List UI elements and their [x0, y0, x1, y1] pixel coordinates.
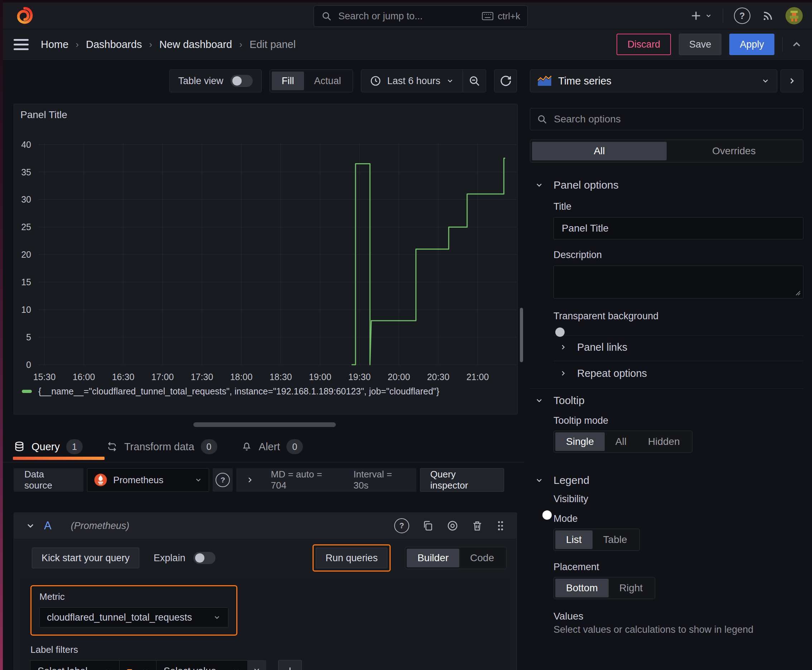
- time-range-button[interactable]: Last 6 hours: [361, 75, 463, 86]
- panel-options-header[interactable]: Panel options: [530, 179, 804, 191]
- legend-header[interactable]: Legend: [530, 474, 804, 486]
- visualization-row: Time series: [530, 69, 804, 92]
- user-avatar[interactable]: [785, 7, 803, 24]
- tab-query[interactable]: Query 1: [14, 431, 83, 462]
- datasource-help-button[interactable]: ?: [213, 468, 233, 492]
- shortcut-hint: ctrl+k: [482, 11, 520, 22]
- top-nav-actions: ?: [690, 6, 803, 26]
- eye-icon[interactable]: [446, 520, 459, 532]
- legend-placement-group: Bottom Right: [554, 577, 655, 599]
- scrollbar[interactable]: [520, 308, 523, 362]
- legend-series-name[interactable]: {__name__="cloudflared_tunnel_total_requ…: [38, 386, 439, 397]
- label-filter-row: Select label = Select value: [31, 660, 500, 670]
- tab-alert[interactable]: Alert 0: [241, 431, 303, 462]
- new-menu-button[interactable]: [690, 10, 712, 22]
- select-value-placeholder: Select value: [164, 666, 216, 670]
- add-filter-button[interactable]: [278, 660, 302, 670]
- grafana-logo-icon[interactable]: [16, 7, 34, 25]
- tooltip-mode-all[interactable]: All: [605, 432, 637, 451]
- global-search[interactable]: ctrl+k: [314, 5, 528, 27]
- repeat-options-section[interactable]: Repeat options: [554, 366, 804, 381]
- options-search-input[interactable]: [553, 113, 797, 125]
- select-label-dropdown[interactable]: Select label: [30, 660, 120, 670]
- legend-placement-right[interactable]: Right: [609, 579, 653, 597]
- pane-resize-handle[interactable]: [193, 422, 336, 427]
- chevron-up-icon[interactable]: [790, 38, 803, 51]
- panel-links-section[interactable]: Panel links: [554, 340, 804, 354]
- y-tick-label: 25: [14, 222, 31, 232]
- fill-actual-group: Fill Actual: [270, 69, 353, 92]
- apply-button[interactable]: Apply: [729, 34, 775, 55]
- code-option[interactable]: Code: [459, 549, 505, 567]
- legend-mode-table[interactable]: Table: [593, 530, 638, 549]
- y-tick-label: 35: [14, 167, 31, 177]
- query-help-icon[interactable]: ?: [394, 518, 409, 533]
- menu-icon[interactable]: [14, 39, 29, 50]
- y-tick-label: 0: [14, 360, 31, 370]
- legend-mode-list[interactable]: List: [555, 530, 593, 549]
- breadcrumb-new-dashboard[interactable]: New dashboard: [159, 39, 232, 51]
- tab-all[interactable]: All: [532, 142, 667, 160]
- tooltip-header[interactable]: Tooltip: [530, 394, 804, 406]
- tooltip-mode-single[interactable]: Single: [555, 432, 605, 451]
- query-row-header[interactable]: A (Prometheus) ?: [14, 513, 517, 539]
- actual-option[interactable]: Actual: [304, 71, 351, 90]
- news-icon[interactable]: [761, 9, 775, 22]
- builder-option[interactable]: Builder: [407, 549, 459, 567]
- bell-icon: [241, 441, 253, 452]
- x-tick-label: 18:30: [270, 372, 292, 382]
- resize-handle-icon[interactable]: [795, 289, 801, 296]
- refresh-button[interactable]: [494, 69, 517, 92]
- chevron-right-icon: [559, 343, 567, 351]
- tab-overrides[interactable]: Overrides: [667, 142, 801, 160]
- panel-options-title: Panel options: [554, 179, 619, 191]
- remove-filter-button[interactable]: [247, 660, 266, 670]
- description-textarea[interactable]: [554, 266, 804, 298]
- breadcrumb-edit-panel: Edit panel: [249, 39, 296, 51]
- discard-button[interactable]: Discard: [617, 34, 671, 55]
- run-queries-button[interactable]: Run queries: [316, 548, 387, 568]
- datasource-picker[interactable]: Prometheus: [87, 468, 209, 492]
- options-search[interactable]: [530, 108, 804, 130]
- search-input[interactable]: [337, 10, 476, 22]
- visualization-picker[interactable]: Time series: [530, 69, 777, 92]
- metric-highlight: Metric cloudflared_tunnel_total_requests: [31, 585, 237, 636]
- breadcrumb-home[interactable]: Home: [41, 39, 68, 51]
- query-options-summary[interactable]: MD = auto = 704 Interval = 30s: [236, 468, 416, 492]
- query-inspector-button[interactable]: Query inspector: [420, 468, 504, 492]
- kickstart-button[interactable]: Kick start your query: [32, 548, 139, 568]
- metric-select[interactable]: cloudflared_tunnel_total_requests: [39, 607, 229, 628]
- chevron-down-icon: [446, 77, 454, 85]
- save-button[interactable]: Save: [679, 34, 722, 55]
- trash-icon[interactable]: [471, 520, 483, 531]
- tab-query-count: 1: [66, 439, 83, 454]
- explain-label: Explain: [154, 553, 185, 564]
- drag-grip-icon[interactable]: [496, 520, 505, 531]
- metric-value: cloudflared_tunnel_total_requests: [47, 612, 192, 623]
- table-view-toggle[interactable]: [231, 75, 253, 87]
- chevron-down-icon: [535, 181, 544, 189]
- fill-option[interactable]: Fill: [272, 71, 304, 90]
- chevron-right-icon: [246, 475, 254, 484]
- operator-dropdown[interactable]: =: [119, 660, 156, 670]
- chevron-down-icon[interactable]: [25, 521, 36, 531]
- tooltip-mode-hidden[interactable]: Hidden: [637, 432, 691, 451]
- collapse-options-button[interactable]: [780, 69, 804, 92]
- timeseries-plot[interactable]: [38, 140, 517, 372]
- breadcrumb: Home › Dashboards › New dashboard › Edit…: [41, 39, 296, 51]
- copy-icon[interactable]: [422, 520, 434, 531]
- y-tick-label: 15: [14, 277, 31, 288]
- zoom-out-icon[interactable]: [463, 70, 486, 92]
- tab-transform-data[interactable]: Transform data 0: [106, 431, 217, 462]
- legend-placement-bottom[interactable]: Bottom: [555, 579, 609, 597]
- explain-toggle[interactable]: [193, 552, 215, 564]
- help-icon[interactable]: ?: [734, 7, 751, 24]
- plot-area[interactable]: [38, 140, 517, 372]
- breadcrumb-dashboards[interactable]: Dashboards: [86, 39, 142, 51]
- select-value-dropdown[interactable]: Select value: [156, 660, 248, 670]
- tab-query-label: Query: [32, 441, 60, 453]
- panel-title-input[interactable]: [554, 217, 804, 239]
- keyboard-icon: [482, 12, 493, 20]
- chart-legend[interactable]: {__name__="cloudflared_tunnel_total_requ…: [22, 386, 439, 397]
- refresh-icon: [500, 75, 512, 87]
